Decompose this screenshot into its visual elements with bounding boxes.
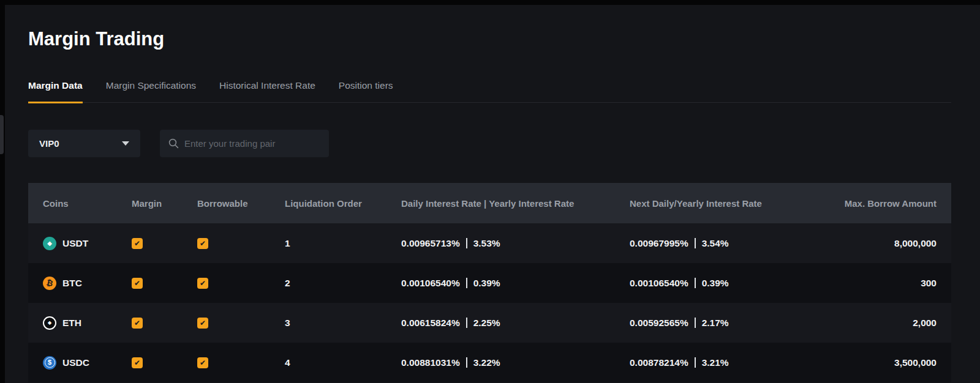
tab-margin-specifications[interactable]: Margin Specifications: [106, 80, 196, 103]
trading-pair-search[interactable]: [160, 130, 329, 157]
tab-margin-data[interactable]: Margin Data: [28, 80, 83, 103]
coin-label: ETH: [62, 318, 81, 329]
tab-bar: Margin Data Margin Specifications Histor…: [28, 80, 951, 103]
max-borrow-cell: 3,500,000: [820, 357, 937, 368]
coin-cell: BTC: [43, 277, 132, 290]
max-borrow-cell: 8,000,000: [820, 238, 937, 249]
next-rate-cell: 0.00967995% 3.54%: [630, 238, 820, 249]
daily-yearly-rate-cell: 0.00106540% 0.39%: [401, 278, 630, 289]
window-edge-top: [0, 0, 980, 5]
next-daily-rate: 0.00106540%: [630, 278, 688, 289]
rate-separator: [695, 278, 696, 288]
next-yearly-rate: 3.21%: [702, 357, 729, 368]
rate-separator: [695, 357, 696, 368]
daily-yearly-rate-cell: 0.00965713% 3.53%: [401, 238, 630, 249]
tab-position-tiers[interactable]: Position tiers: [339, 80, 393, 103]
yearly-rate: 0.39%: [473, 278, 500, 289]
next-rate-cell: 0.00106540% 0.39%: [630, 278, 820, 289]
margin-checkbox[interactable]: [132, 238, 143, 249]
tab-historical-interest-rate[interactable]: Historical Interest Rate: [219, 80, 315, 103]
table-body: USDT 1 0.00965713% 3.53% 0.00967995% 3.5…: [28, 223, 951, 382]
rate-separator: [466, 238, 467, 248]
coin-label: USDC: [62, 357, 89, 368]
margin-cell: [132, 357, 197, 368]
coin-icon: [43, 316, 56, 330]
borrowable-checkbox[interactable]: [197, 318, 208, 329]
liquidation-order-cell: 3: [285, 318, 401, 329]
next-yearly-rate: 2.17%: [702, 318, 729, 329]
next-yearly-rate: 3.54%: [702, 238, 729, 249]
coin-icon: [43, 237, 56, 250]
rate-separator: [466, 357, 467, 368]
page-title: Margin Trading: [28, 28, 164, 50]
borrowable-cell: [197, 278, 285, 289]
next-daily-rate: 0.00592565%: [630, 318, 688, 329]
coin-cell: ETH: [43, 316, 132, 330]
col-next-daily-yearly-rate: Next Daily/Yearly Interest Rate: [630, 198, 820, 209]
yearly-rate: 3.22%: [473, 357, 500, 368]
table-header: Coins Margin Borrowable Liquidation Orde…: [28, 183, 951, 223]
col-margin: Margin: [132, 198, 197, 209]
yearly-rate: 3.53%: [473, 238, 500, 249]
borrowable-cell: [197, 357, 285, 368]
table-row[interactable]: USDT 1 0.00965713% 3.53% 0.00967995% 3.5…: [28, 223, 951, 263]
margin-checkbox[interactable]: [132, 278, 143, 289]
borrowable-checkbox[interactable]: [197, 238, 208, 249]
coin-label: USDT: [62, 238, 88, 249]
borrowable-cell: [197, 238, 285, 249]
search-icon: [168, 138, 179, 149]
next-daily-rate: 0.00878214%: [630, 357, 688, 368]
margin-data-table: Coins Margin Borrowable Liquidation Orde…: [28, 183, 951, 382]
rate-separator: [466, 318, 467, 328]
daily-yearly-rate-cell: 0.00615824% 2.25%: [401, 318, 630, 329]
daily-rate: 0.00106540%: [401, 278, 460, 289]
next-rate-cell: 0.00592565% 2.17%: [630, 318, 820, 329]
filter-controls: VIP0: [28, 130, 329, 157]
search-input[interactable]: [184, 138, 320, 149]
side-panel-handle[interactable]: [0, 115, 4, 154]
next-yearly-rate: 0.39%: [702, 278, 729, 289]
col-borrowable: Borrowable: [197, 198, 285, 209]
margin-checkbox[interactable]: [132, 357, 143, 368]
borrowable-cell: [197, 318, 285, 329]
liquidation-order-cell: 4: [285, 357, 401, 368]
vip-level-value: VIP0: [39, 138, 59, 149]
max-borrow-cell: 2,000: [820, 318, 937, 329]
coin-icon: [43, 277, 56, 290]
margin-cell: [132, 238, 197, 249]
coin-icon: [43, 356, 56, 370]
borrowable-checkbox[interactable]: [197, 278, 208, 289]
window-edge-left: [0, 0, 5, 383]
rate-separator: [466, 278, 467, 288]
next-rate-cell: 0.00878214% 3.21%: [630, 357, 820, 368]
rate-separator: [695, 238, 696, 248]
coin-cell: USDT: [43, 237, 132, 250]
borrowable-checkbox[interactable]: [197, 357, 208, 368]
col-liquidation-order: Liquidation Order: [285, 198, 401, 209]
coin-label: BTC: [62, 278, 82, 289]
liquidation-order-cell: 1: [285, 238, 401, 249]
next-daily-rate: 0.00967995%: [630, 238, 688, 249]
vip-level-select[interactable]: VIP0: [28, 130, 140, 157]
table-row[interactable]: BTC 2 0.00106540% 0.39% 0.00106540% 0.39…: [28, 263, 951, 303]
rate-separator: [695, 318, 696, 328]
max-borrow-cell: 300: [820, 278, 937, 289]
margin-checkbox[interactable]: [132, 318, 143, 329]
margin-cell: [132, 278, 197, 289]
chevron-down-icon: [122, 141, 129, 146]
yearly-rate: 2.25%: [473, 318, 500, 329]
col-coins: Coins: [43, 198, 132, 209]
table-row[interactable]: USDC 4 0.00881031% 3.22% 0.00878214% 3.2…: [28, 343, 951, 382]
col-max-borrow: Max. Borrow Amount: [820, 198, 937, 209]
margin-cell: [132, 318, 197, 329]
col-daily-yearly-rate: Daily Interest Rate | Yearly Interest Ra…: [401, 198, 630, 209]
table-row[interactable]: ETH 3 0.00615824% 2.25% 0.00592565% 2.17…: [28, 303, 951, 343]
daily-rate: 0.00615824%: [401, 318, 460, 329]
daily-rate: 0.00881031%: [401, 357, 460, 368]
daily-rate: 0.00965713%: [401, 238, 460, 249]
coin-cell: USDC: [43, 356, 132, 370]
daily-yearly-rate-cell: 0.00881031% 3.22%: [401, 357, 630, 368]
liquidation-order-cell: 2: [285, 278, 401, 289]
